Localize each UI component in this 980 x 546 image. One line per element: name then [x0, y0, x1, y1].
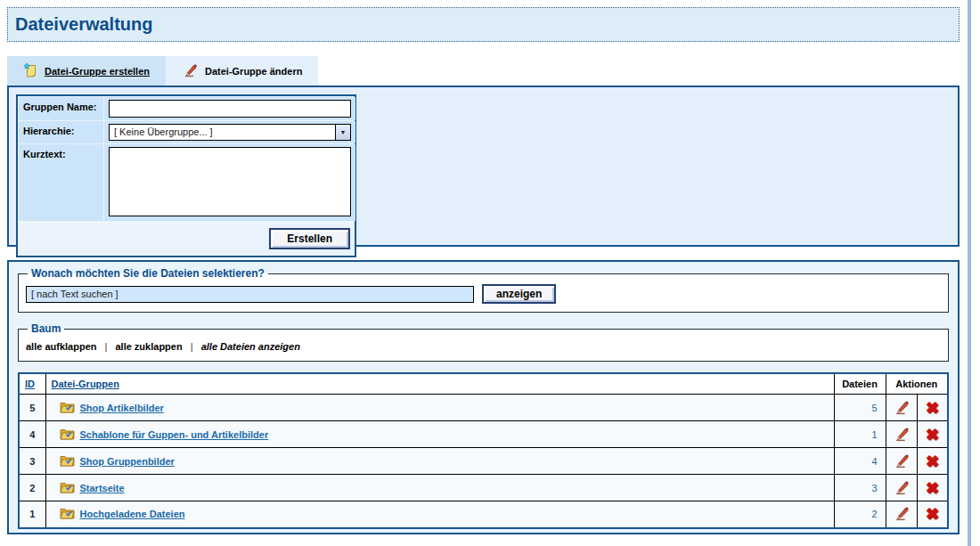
file-group-link[interactable]: Shop Artikelbilder: [60, 401, 164, 415]
delete-x-icon: ✖: [926, 480, 939, 496]
table-header-row: ID Datei-Gruppen Dateien Aktionen: [19, 373, 948, 395]
folder-check-icon: [60, 428, 75, 442]
show-button[interactable]: anzeigen: [482, 284, 556, 304]
file-group-name: Schablone für Guppen- und Artikelbilder: [80, 429, 269, 440]
file-group-name: Shop Artikelbilder: [80, 403, 164, 413]
file-selection-panel: Wonach möchten Sie die Dateien selektier…: [7, 260, 960, 534]
row-id: 1: [19, 501, 45, 528]
delete-action-button[interactable]: ✖: [917, 421, 948, 448]
delete-action-button[interactable]: ✖: [917, 448, 948, 475]
table-row: 2Startseite3✖: [19, 475, 948, 501]
new-note-icon: [23, 62, 38, 79]
selection-fieldset: Wonach möchten Sie die Dateien selektier…: [18, 267, 949, 313]
search-input[interactable]: [26, 286, 474, 303]
file-group-name: Startseite: [80, 483, 125, 493]
hierarchy-label: Hierarchie:: [19, 121, 103, 143]
folder-check-icon: [60, 481, 75, 495]
tree-legend: Baum: [28, 322, 64, 335]
page-header: Dateiverwaltung: [7, 7, 960, 42]
edit-action-button[interactable]: [886, 421, 917, 448]
edit-action-button[interactable]: [886, 395, 917, 421]
column-header-id[interactable]: ID: [25, 379, 35, 389]
page-right-edge: [968, 0, 971, 546]
edit-action-button[interactable]: [886, 448, 917, 475]
collapse-all-link[interactable]: alle zuklappen: [115, 341, 182, 352]
kurztext-textarea[interactable]: [109, 147, 351, 216]
file-group-link[interactable]: Schablone für Guppen- und Artikelbilder: [60, 428, 269, 442]
separator: |: [100, 341, 113, 352]
folder-check-icon: [60, 507, 75, 521]
tree-fieldset: Baum alle aufklappen | alle zuklappen | …: [18, 322, 949, 362]
row-id: 5: [19, 395, 45, 421]
table-row: 4Schablone für Guppen- und Artikelbilder…: [19, 421, 948, 448]
selection-legend: Wonach möchten Sie die Dateien selektier…: [28, 267, 268, 280]
file-group-name: Shop Gruppenbilder: [80, 456, 175, 467]
file-group-link[interactable]: Shop Gruppenbilder: [60, 454, 175, 469]
delete-x-icon: ✖: [926, 506, 939, 522]
pencil-icon: [893, 504, 911, 524]
file-groups-table: ID Datei-Gruppen Dateien Aktionen 5Shop …: [18, 372, 949, 529]
file-group-link[interactable]: Hochgeladene Dateien: [60, 507, 185, 521]
column-header-actions: Aktionen: [895, 379, 937, 389]
tab-bar: Datei-Gruppe erstellen Datei-Gruppe ände…: [7, 56, 318, 86]
kurztext-label: Kurztext:: [19, 144, 103, 221]
tab-create-label: Datei-Gruppe erstellen: [45, 66, 150, 77]
file-count: 1: [834, 421, 886, 448]
pencil-icon: [182, 61, 199, 80]
file-count: 4: [834, 448, 886, 475]
column-header-files: Dateien: [842, 379, 878, 389]
hierarchy-selected-value: [ Keine Übergruppe... ]: [110, 125, 335, 140]
page-title: Dateiverwaltung: [15, 14, 152, 35]
delete-action-button[interactable]: ✖: [917, 475, 948, 501]
form-button-row: Erstellen: [18, 222, 355, 256]
group-name-input[interactable]: [109, 100, 351, 118]
row-id: 4: [19, 421, 45, 448]
delete-action-button[interactable]: ✖: [917, 501, 948, 528]
file-count: 5: [834, 395, 886, 421]
file-group-name: Hochgeladene Dateien: [80, 509, 185, 519]
pencil-icon: [893, 425, 911, 444]
chevron-down-icon[interactable]: ▼: [335, 125, 350, 140]
delete-x-icon: ✖: [926, 427, 939, 443]
table-row: 1Hochgeladene Dateien2✖: [19, 501, 948, 528]
folder-check-icon: [60, 454, 75, 469]
show-all-files-link[interactable]: alle Dateien anzeigen: [201, 341, 300, 352]
delete-x-icon: ✖: [926, 400, 939, 416]
tab-edit-file-group[interactable]: Datei-Gruppe ändern: [166, 56, 318, 86]
separator: |: [185, 341, 199, 352]
row-id: 2: [19, 475, 45, 501]
hierarchy-select[interactable]: [ Keine Übergruppe... ] ▼: [109, 124, 351, 141]
file-count: 2: [834, 501, 886, 528]
file-count: 3: [834, 475, 886, 501]
pencil-icon: [893, 398, 911, 418]
expand-all-link[interactable]: alle aufklappen: [26, 341, 96, 352]
create-group-panel: Gruppen Name: Hierarchie: [ Keine Übergr…: [7, 86, 960, 247]
pencil-icon: [893, 452, 911, 471]
create-group-form: Gruppen Name: Hierarchie: [ Keine Übergr…: [16, 94, 356, 257]
column-header-groups[interactable]: Datei-Gruppen: [52, 379, 119, 389]
edit-action-button[interactable]: [886, 475, 917, 501]
pencil-icon: [893, 478, 911, 498]
create-button[interactable]: Erstellen: [269, 228, 350, 249]
folder-check-icon: [60, 401, 75, 415]
delete-x-icon: ✖: [926, 453, 939, 469]
delete-action-button[interactable]: ✖: [917, 395, 948, 421]
edit-action-button[interactable]: [886, 501, 917, 528]
tab-edit-label: Datei-Gruppe ändern: [205, 66, 302, 77]
tab-create-file-group[interactable]: Datei-Gruppe erstellen: [7, 56, 166, 86]
group-name-label: Gruppen Name:: [19, 97, 103, 120]
row-id: 3: [19, 448, 45, 475]
table-row: 5Shop Artikelbilder5✖: [19, 395, 948, 421]
file-group-link[interactable]: Startseite: [60, 481, 125, 495]
table-row: 3Shop Gruppenbilder4✖: [19, 448, 948, 475]
